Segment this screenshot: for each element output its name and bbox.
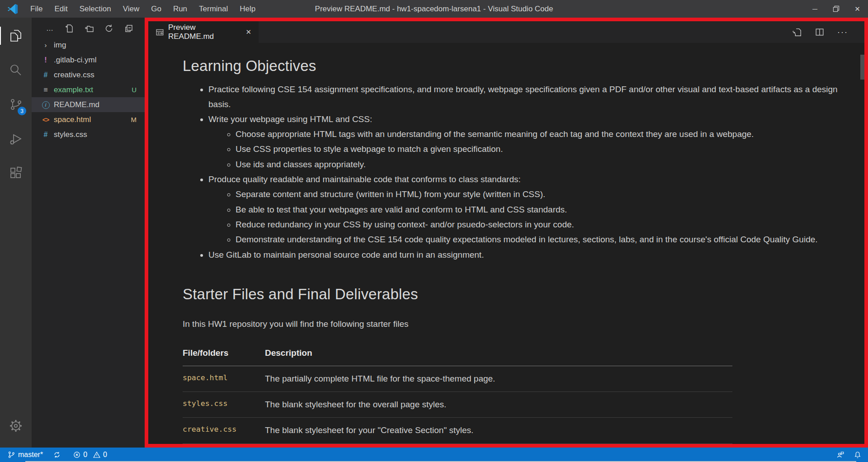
table-cell-description: A folder with images that are needed to … bbox=[265, 443, 732, 444]
restore-button[interactable] bbox=[826, 0, 847, 18]
split-editor-button[interactable] bbox=[815, 27, 825, 37]
new-folder-button[interactable] bbox=[85, 24, 94, 33]
settings-gear-button[interactable] bbox=[0, 414, 32, 438]
warnings-status[interactable]: 0 bbox=[93, 451, 107, 459]
vscode-window: File Edit Selection View Go Run Terminal… bbox=[0, 0, 868, 462]
file-name: example.txt bbox=[54, 85, 132, 94]
feedback-person-icon bbox=[836, 451, 844, 459]
intro-paragraph: In this HW1 repository you will find the… bbox=[183, 317, 839, 331]
title-bar: File Edit Selection View Go Run Terminal… bbox=[0, 0, 868, 18]
list-item: Separate content and structure (written … bbox=[236, 187, 839, 202]
activity-source-control[interactable]: 3 bbox=[0, 93, 32, 116]
list-item: Practice following CSE 154 assignment sp… bbox=[208, 82, 839, 112]
table-cell-description: The blank stylesheet for the overall pag… bbox=[265, 391, 732, 417]
vscode-logo-icon bbox=[7, 4, 18, 14]
errors-status[interactable]: 0 bbox=[73, 451, 87, 459]
table-row: styles.css The blank stylesheet for the … bbox=[183, 391, 732, 417]
menu-selection[interactable]: Selection bbox=[74, 0, 117, 18]
new-folder-icon bbox=[85, 24, 94, 33]
activity-run-debug[interactable] bbox=[0, 127, 32, 151]
tab-bar: Preview README.md ✕ ··· bbox=[148, 21, 864, 43]
table-cell-file: creative.css bbox=[183, 418, 265, 443]
menu-run[interactable]: Run bbox=[167, 0, 193, 18]
list-item: Use GitLab to maintain personal source c… bbox=[208, 248, 839, 262]
file-name: space.html bbox=[54, 115, 131, 124]
tab-preview-readme[interactable]: Preview README.md ✕ bbox=[148, 21, 259, 43]
restore-icon bbox=[833, 5, 840, 12]
feedback-button[interactable] bbox=[836, 451, 844, 459]
table-cell-description: The blank stylesheet for your "Creative … bbox=[265, 418, 732, 443]
menu-go[interactable]: Go bbox=[145, 0, 167, 18]
file-name: .gitlab-ci.yml bbox=[54, 56, 145, 65]
list-item: Use ids and classes appropriately. bbox=[236, 157, 839, 172]
activity-bar: 3 bbox=[0, 18, 32, 448]
css-file-icon: # bbox=[41, 71, 51, 79]
error-icon bbox=[73, 451, 81, 459]
git-modified-badge: M bbox=[131, 116, 137, 123]
warning-icon bbox=[93, 451, 101, 459]
table-row: img A folder with images that are needed… bbox=[183, 443, 732, 444]
vertical-scrollbar-thumb[interactable] bbox=[860, 55, 864, 80]
explorer-files-icon bbox=[9, 28, 23, 43]
gear-icon bbox=[9, 419, 23, 433]
list-item: Use CSS properties to style a webpage to… bbox=[236, 142, 839, 156]
activity-extensions[interactable] bbox=[0, 161, 32, 185]
sync-changes-button[interactable] bbox=[53, 451, 61, 459]
scm-pending-badge: 3 bbox=[18, 107, 26, 115]
objectives-list: Practice following CSE 154 assignment sp… bbox=[183, 82, 839, 262]
file-row-creative-css[interactable]: # creative.css bbox=[32, 67, 145, 82]
new-file-button[interactable] bbox=[65, 24, 74, 33]
explorer-header: … bbox=[32, 18, 145, 38]
collapse-folders-button[interactable] bbox=[124, 24, 133, 33]
list-item: Write your webpage using HTML and CSS: C… bbox=[208, 112, 839, 172]
editor-group-annotated: Preview README.md ✕ ··· bbox=[145, 18, 868, 448]
file-name: creative.css bbox=[54, 71, 145, 80]
open-source-button[interactable] bbox=[792, 27, 802, 37]
collapse-all-icon bbox=[124, 24, 133, 33]
menu-help[interactable]: Help bbox=[234, 0, 261, 18]
explorer-overflow-label[interactable]: … bbox=[46, 24, 54, 33]
menu-file[interactable]: File bbox=[24, 0, 48, 18]
new-file-icon bbox=[65, 24, 74, 33]
refresh-icon bbox=[104, 24, 113, 33]
minimize-button[interactable]: ─ bbox=[804, 0, 826, 18]
explorer-sidebar: … bbox=[32, 18, 145, 448]
git-branch-icon bbox=[7, 451, 15, 459]
file-row-styles-css[interactable]: # styles.css bbox=[32, 127, 145, 142]
file-row-gitlab-ci[interactable]: ! .gitlab-ci.yml bbox=[32, 52, 145, 67]
warning-count: 0 bbox=[103, 451, 107, 459]
activity-explorer[interactable] bbox=[0, 24, 32, 47]
window-title: Preview README.md - hw1-spacedom-larsena… bbox=[315, 0, 553, 18]
extensions-icon bbox=[9, 166, 23, 180]
table-header-description: Description bbox=[265, 343, 732, 366]
list-item: Reduce redundancy in your CSS by using c… bbox=[236, 217, 839, 232]
file-name: README.md bbox=[54, 100, 145, 109]
table-cell-file: img bbox=[183, 443, 265, 444]
table-row: creative.css The blank stylesheet for yo… bbox=[183, 418, 732, 443]
file-row-example-txt[interactable]: ≡ example.txt U bbox=[32, 82, 145, 97]
more-actions-button[interactable]: ··· bbox=[837, 28, 848, 37]
open-source-icon bbox=[792, 27, 802, 37]
file-name: styles.css bbox=[54, 130, 145, 139]
file-row-readme-md[interactable]: i README.md bbox=[32, 97, 145, 112]
close-button[interactable]: ✕ bbox=[847, 0, 868, 18]
list-item: Produce quality readable and maintainabl… bbox=[208, 172, 839, 247]
file-row-space-html[interactable]: <> space.html M bbox=[32, 112, 145, 127]
heading-learning-objectives: Learning Objectives bbox=[183, 57, 839, 75]
activity-search[interactable] bbox=[0, 58, 32, 82]
menu-edit[interactable]: Edit bbox=[48, 0, 73, 18]
menu-view[interactable]: View bbox=[117, 0, 146, 18]
git-branch-status[interactable]: master* bbox=[7, 451, 43, 459]
markdown-preview-pane: Learning Objectives Practice following C… bbox=[148, 43, 864, 444]
sync-icon bbox=[53, 451, 61, 459]
notifications-button[interactable] bbox=[854, 451, 862, 459]
refresh-button[interactable] bbox=[104, 24, 113, 33]
branch-name: master* bbox=[18, 451, 43, 459]
bell-icon bbox=[854, 451, 862, 459]
menu-terminal[interactable]: Terminal bbox=[193, 0, 234, 18]
tab-close-icon[interactable]: ✕ bbox=[244, 27, 253, 37]
list-item: Be able to test that your webpages are v… bbox=[236, 203, 839, 217]
error-count: 0 bbox=[83, 451, 87, 459]
file-row-img[interactable]: › img bbox=[32, 38, 145, 52]
list-item: Demonstrate understanding of the CSE 154… bbox=[236, 232, 839, 247]
